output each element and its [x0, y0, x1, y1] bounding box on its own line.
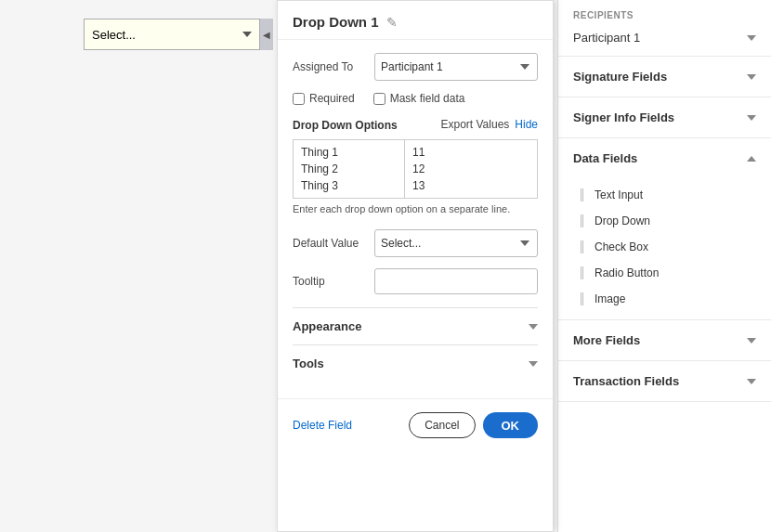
ok-button[interactable]: OK [483, 412, 539, 438]
more-fields-title: More Fields [573, 333, 640, 347]
canvas-resize-handle[interactable] [260, 19, 273, 50]
default-value-row: Default Value Select... [293, 229, 538, 257]
drag-handle-icon [581, 214, 583, 227]
export-values-list: 11 12 13 [405, 140, 537, 198]
canvas-dropdown-arrow-icon [242, 32, 252, 37]
data-field-text-input[interactable]: Text Input [558, 182, 771, 208]
export-val-12: 12 [409, 161, 533, 177]
recipients-header: RECIPIENTS [558, 0, 771, 25]
footer-buttons: Cancel OK [409, 412, 538, 438]
data-fields-title: Data Fields [573, 151, 637, 165]
signer-info-fields-chevron-icon [747, 115, 756, 121]
appearance-header[interactable]: Appearance [293, 308, 538, 344]
drag-handle-icon [581, 188, 583, 201]
tools-label: Tools [293, 357, 324, 370]
transaction-fields-chevron-icon [747, 379, 756, 384]
drag-handle-icon [581, 240, 583, 253]
more-fields-header[interactable]: More Fields [558, 320, 771, 360]
export-val-13: 13 [409, 177, 533, 194]
recipients-section: RECIPIENTS Participant 1 [558, 0, 771, 57]
options-grid: Thing 1 Thing 2 Thing 3 11 12 13 [293, 139, 538, 199]
options-list: Thing 1 Thing 2 Thing 3 [294, 140, 405, 198]
tools-chevron-icon [529, 361, 538, 367]
default-value-label: Default Value [293, 236, 367, 252]
option-thing1: Thing 1 [297, 144, 400, 161]
options-header: Drop Down Options Export Values Hide [293, 118, 538, 134]
drag-handle-icon [581, 292, 583, 305]
tooltip-label: Tooltip [293, 275, 367, 288]
data-fields-section: Data Fields Text Input Drop Down Check B… [558, 138, 771, 320]
cancel-button[interactable]: Cancel [409, 412, 475, 438]
data-field-radio-button[interactable]: Radio Button [558, 260, 771, 286]
canvas-dropdown-text: Select... [92, 28, 136, 42]
data-field-drop-down[interactable]: Drop Down [558, 208, 771, 234]
options-label: Drop Down Options [293, 118, 398, 134]
delete-field-link[interactable]: Delete Field [293, 419, 352, 432]
drag-handle-icon [581, 266, 583, 279]
participant-name: Participant 1 [573, 31, 640, 45]
appearance-label: Appearance [293, 319, 361, 333]
hide-link[interactable]: Hide [515, 118, 538, 131]
drop-down-options-section: Drop Down Options Export Values Hide Thi… [293, 118, 538, 216]
drop-down-label: Drop Down [595, 214, 650, 227]
signature-fields-title: Signature Fields [573, 70, 667, 84]
signature-fields-section[interactable]: Signature Fields [558, 57, 771, 97]
option-thing3: Thing 3 [297, 177, 400, 194]
recipients-chevron-icon [747, 35, 756, 41]
data-fields-chevron-icon [747, 156, 756, 162]
signer-info-fields-title: Signer Info Fields [573, 110, 674, 124]
more-fields-chevron-icon [747, 338, 756, 344]
export-values-label: Export Values [440, 118, 509, 131]
tooltip-input[interactable] [374, 268, 538, 294]
signer-info-fields-section[interactable]: Signer Info Fields [558, 97, 771, 138]
transaction-fields-title: Transaction Fields [573, 374, 679, 388]
checkbox-row: Required Mask field data [293, 92, 538, 105]
data-fields-header[interactable]: Data Fields [558, 138, 771, 178]
export-val-11: 11 [409, 144, 533, 161]
assigned-to-label: Assigned To [293, 60, 367, 73]
option-thing2: Thing 2 [297, 161, 400, 177]
more-fields-section[interactable]: More Fields [558, 320, 771, 361]
panel-title: Drop Down 1 [293, 14, 379, 30]
data-field-check-box[interactable]: Check Box [558, 234, 771, 260]
image-label: Image [595, 292, 625, 305]
signature-fields-chevron-icon [747, 74, 756, 80]
recipients-heading: RECIPIENTS [573, 10, 634, 20]
transaction-fields-section[interactable]: Transaction Fields [558, 361, 771, 402]
signature-fields-header[interactable]: Signature Fields [558, 57, 771, 97]
check-box-label: Check Box [595, 240, 648, 253]
assigned-to-row: Assigned To Participant 1 [293, 53, 538, 81]
mask-checkbox-label[interactable]: Mask field data [373, 92, 465, 105]
appearance-chevron-icon [529, 324, 538, 330]
panel-header: Drop Down 1 ✎ [278, 1, 553, 40]
transaction-fields-header[interactable]: Transaction Fields [558, 361, 771, 401]
canvas-dropdown-field[interactable]: Select... [84, 19, 260, 50]
required-label: Required [309, 92, 355, 105]
recipients-row: Participant 1 [558, 25, 771, 56]
required-checkbox-label[interactable]: Required [293, 92, 355, 105]
panel-footer: Delete Field Cancel OK [278, 398, 553, 451]
tools-header[interactable]: Tools [293, 345, 538, 382]
tools-section[interactable]: Tools [293, 344, 538, 382]
assigned-to-select[interactable]: Participant 1 [374, 53, 538, 81]
export-header: Export Values Hide [440, 118, 538, 131]
mask-checkbox[interactable] [373, 93, 386, 105]
panel-body: Assigned To Participant 1 Required Mask … [278, 40, 553, 395]
tooltip-row: Tooltip [293, 268, 538, 294]
mask-label: Mask field data [390, 92, 465, 105]
radio-button-label: Radio Button [595, 266, 659, 279]
data-field-image[interactable]: Image [558, 286, 771, 312]
edit-title-icon[interactable]: ✎ [386, 15, 398, 30]
data-fields-items: Text Input Drop Down Check Box Radio But… [558, 178, 771, 319]
field-properties-panel: Drop Down 1 ✎ Assigned To Participant 1 … [277, 0, 554, 532]
text-input-label: Text Input [595, 188, 643, 201]
default-value-select[interactable]: Select... [374, 229, 538, 257]
right-sidebar: RECIPIENTS Participant 1 Signature Field… [557, 0, 771, 532]
appearance-section[interactable]: Appearance [293, 307, 538, 344]
signer-info-fields-header[interactable]: Signer Info Fields [558, 97, 771, 137]
options-hint: Enter each drop down option on a separat… [293, 202, 538, 216]
required-checkbox[interactable] [293, 93, 305, 105]
